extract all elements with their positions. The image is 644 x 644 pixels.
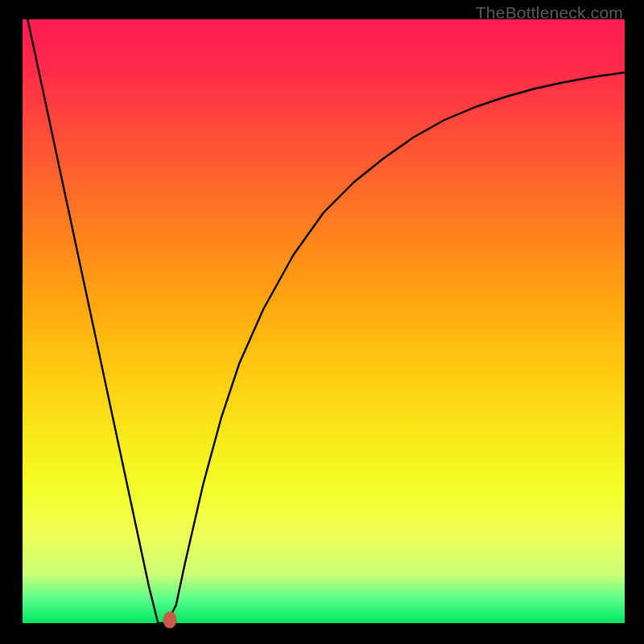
optimum-marker (163, 612, 177, 629)
bottleneck-curve (23, 0, 625, 623)
plot-area (23, 19, 625, 623)
watermark-text: TheBottleneck.com (476, 3, 623, 23)
curve-layer (23, 19, 625, 623)
